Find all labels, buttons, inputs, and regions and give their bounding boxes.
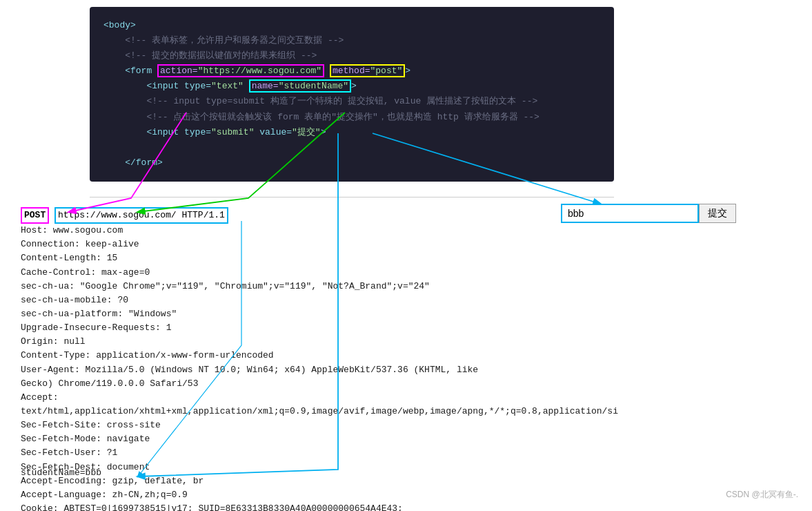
- chrome-text: Chrome: [123, 281, 155, 291]
- http-header-content-type: Content-Type: application/x-www-form-url…: [21, 349, 511, 363]
- http-header-sec-ch-ua-platform: sec-ch-ua-platform: "Windows": [21, 307, 511, 321]
- http-header-sec-fetch-site: Sec-Fetch-Site: cross-site: [21, 418, 511, 432]
- body-tag: <body>: [103, 20, 136, 30]
- http-header-user-agent: User-Agent: Mozilla/5.0 (Windows NT 10.0…: [21, 363, 511, 391]
- http-request-line: POST https://www.sogou.com/ HTTP/1.1: [21, 207, 511, 224]
- code-line-input-submit: <input type="submit" value="提交">: [103, 125, 600, 140]
- code-line-comment3: <!-- input type=submit 构造了一个特殊的 提交按钮, va…: [103, 94, 600, 109]
- http-header-cache-control: Cache-Control: max-age=0: [21, 266, 511, 280]
- form-submit-button[interactable]: 提交: [699, 204, 736, 223]
- form-tag-open: <form: [103, 66, 157, 76]
- http-header-origin: Origin: null: [21, 335, 511, 349]
- form-input-field[interactable]: [561, 204, 699, 223]
- code-line-comment4: <!-- 点击这个按钮就会触发该 form 表单的"提交操作"，也就是构造 ht…: [103, 110, 600, 125]
- code-line-input-text: <input type="text" name="studentName">: [103, 79, 600, 94]
- comment1-text: <!-- 表单标签，允许用户和服务器之间交互数据 -->: [103, 35, 344, 46]
- http-header-sec-ch-ua: sec-ch-ua: "Google Chrome";v="119", "Chr…: [21, 280, 511, 293]
- code-line-empty: [103, 140, 600, 155]
- http-request-lines: POST https://www.sogou.com/ HTTP/1.1 Hos…: [21, 207, 511, 511]
- name-attr-highlight: name="studentName": [249, 79, 351, 93]
- code-line-form-close: </form>: [103, 155, 600, 171]
- http-header-accept-language: Accept-Language: zh-CN,zh;q=0.9: [21, 488, 511, 502]
- http-url: https://www.sogou.com/ HTTP/1.1: [55, 207, 228, 224]
- http-body-line: studentName=bbb: [21, 467, 101, 478]
- http-request-area: POST https://www.sogou.com/ HTTP/1.1 Hos…: [21, 207, 511, 511]
- code-line-form: <form action="https://www.sogou.com" met…: [103, 64, 600, 79]
- comment2-text: <!-- 提交的数据据以键值对的结果来组织 -->: [103, 50, 317, 61]
- code-editor: <body> <!-- 表单标签，允许用户和服务器之间交互数据 --> <!--…: [90, 7, 614, 182]
- http-header-accept: Accept: text/html,application/xhtml+xml,…: [21, 391, 511, 418]
- code-line-comment1: <!-- 表单标签，允许用户和服务器之间交互数据 -->: [103, 33, 600, 48]
- http-header-content-length: Content-Length: 15: [21, 251, 511, 265]
- http-header-sec-fetch-mode: Sec-Fetch-Mode: navigate: [21, 432, 511, 446]
- http-method: POST: [21, 207, 49, 224]
- http-header-connection: Connection: keep-alive: [21, 238, 511, 251]
- action-attr-highlight: action="https://www.sogou.com": [157, 64, 324, 77]
- method-attr-highlight: method="post": [330, 64, 405, 77]
- http-header-cookie: Cookie: ABTEST=0|1699738515|v17; SUID=8E…: [21, 502, 511, 511]
- http-header-sec-fetch-user: Sec-Fetch-User: ?1: [21, 446, 511, 460]
- http-header-host: Host: www.sogou.com: [21, 224, 511, 238]
- watermark: CSDN @北冥有鱼-.: [726, 489, 798, 501]
- code-line-body-open: <body>: [103, 18, 600, 33]
- http-header-upgrade-insecure: Upgrade-Insecure-Requests: 1: [21, 321, 511, 335]
- section-divider: [90, 197, 614, 197]
- http-header-sec-ch-ua-mobile: sec-ch-ua-mobile: ?0: [21, 293, 511, 307]
- code-line-comment2: <!-- 提交的数据据以键值对的结果来组织 -->: [103, 48, 600, 64]
- form-demo-area: 提交: [561, 204, 736, 223]
